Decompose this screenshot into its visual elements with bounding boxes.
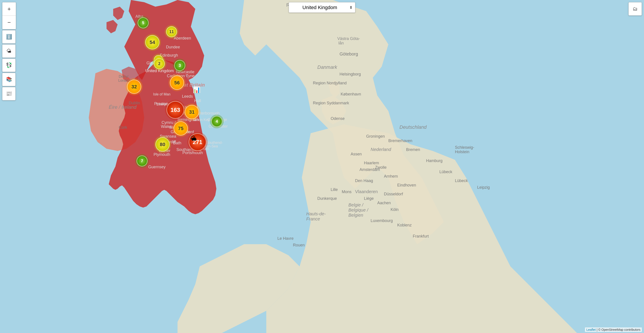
svg-text:Västra Göta-: Västra Göta- xyxy=(337,37,360,41)
svg-text:Region Syddanmark: Region Syddanmark xyxy=(313,101,349,105)
cluster-value: 163 xyxy=(170,107,180,113)
cluster-value: 75 xyxy=(178,126,183,131)
svg-text:Rouen: Rouen xyxy=(293,243,305,247)
cluster-marker[interactable]: 4 xyxy=(211,116,222,127)
layers-icon-left: 📚 xyxy=(6,77,12,82)
svg-text:Cymru /: Cymru / xyxy=(162,120,176,125)
svg-text:Leipzig: Leipzig xyxy=(477,185,490,190)
svg-text:Zwolle: Zwolle xyxy=(375,165,386,170)
svg-text:Leeds: Leeds xyxy=(182,94,193,99)
currency-button[interactable]: 💱 xyxy=(2,59,16,72)
svg-text:Belgie /: Belgie / xyxy=(348,202,364,207)
svg-text:Southend-: Southend- xyxy=(206,141,223,145)
country-select-dropdown[interactable]: United Kingdom United States France Germ… xyxy=(289,2,355,13)
svg-text:Dundee: Dundee xyxy=(166,45,180,49)
svg-text:Bremerhaven: Bremerhaven xyxy=(388,139,412,143)
svg-text:Region Nordjylland: Region Nordjylland xyxy=(313,81,347,85)
cluster-marker[interactable]: 11 xyxy=(166,26,177,37)
svg-text:Koblenz: Koblenz xyxy=(397,223,412,227)
cluster-value: 5 xyxy=(142,21,144,25)
attribution: Leaflet | © OpenStreetMap contributors xyxy=(585,327,642,332)
svg-text:Frankfurt: Frankfurt xyxy=(413,234,429,238)
cluster-marker[interactable]: 32 xyxy=(127,80,141,94)
svg-text:Odense: Odense xyxy=(331,116,345,121)
svg-text:Bremen: Bremen xyxy=(406,147,420,152)
svg-text:Eindhoven: Eindhoven xyxy=(397,183,416,187)
weather-poi-icon[interactable]: 🌥 xyxy=(190,135,196,142)
svg-text:Aachen: Aachen xyxy=(377,201,391,205)
svg-text:United Kingdom: United Kingdom xyxy=(145,69,174,73)
cluster-value: 31 xyxy=(189,109,194,115)
svg-text:Peterborough: Peterborough xyxy=(196,111,220,115)
svg-text:Nederland: Nederland xyxy=(370,147,391,152)
cluster-value: 80 xyxy=(160,142,165,147)
info-icon: ℹ️ xyxy=(6,34,12,40)
svg-text:Bath: Bath xyxy=(173,141,181,145)
svg-text:Schleswig-: Schleswig- xyxy=(455,145,474,150)
layers-button-right[interactable]: 🗂 xyxy=(628,2,642,16)
svg-text:lån: lån xyxy=(338,41,344,45)
zoom-in-button[interactable]: + xyxy=(2,3,16,16)
layers-button-left[interactable]: 📚 xyxy=(2,73,16,86)
svg-text:Groningen: Groningen xyxy=(366,134,385,139)
svg-text:Liège: Liège xyxy=(364,196,374,201)
zoom-group: + − xyxy=(2,2,16,29)
cluster-marker[interactable]: 80 xyxy=(155,137,170,152)
zoom-out-button[interactable]: − xyxy=(2,16,16,29)
cluster-marker[interactable]: 163 xyxy=(166,101,184,119)
svg-text:Lille: Lille xyxy=(331,187,338,192)
svg-text:Lübeck: Lübeck xyxy=(455,178,468,183)
left-controls: + − ℹ️ 🌤 💱 📚 📰 xyxy=(2,2,16,100)
svg-text:Den Haag: Den Haag xyxy=(355,178,373,183)
cluster-marker[interactable]: 7 xyxy=(136,155,148,167)
svg-text:Haarlem: Haarlem xyxy=(364,161,379,165)
svg-text:Plymouth: Plymouth xyxy=(154,152,170,157)
map-svg: Rogaland Agder Västra Göta- lån Göteborg… xyxy=(0,0,644,333)
svg-text:Edinburgh: Edinburgh xyxy=(160,53,178,58)
svg-text:Göteborg: Göteborg xyxy=(340,52,358,56)
svg-text:Holstein: Holstein xyxy=(455,150,469,154)
svg-text:Danmark: Danmark xyxy=(317,64,337,70)
weather-button[interactable]: 🌤 xyxy=(2,44,16,58)
svg-text:Hauts-de-: Hauts-de- xyxy=(306,211,326,216)
svg-text:Helsingborg: Helsingborg xyxy=(340,72,361,76)
news-icon: 📰 xyxy=(6,91,12,97)
svg-text:Hamburg: Hamburg xyxy=(426,159,442,163)
news-button[interactable]: 📰 xyxy=(2,87,16,100)
svg-text:Wales: Wales xyxy=(161,124,172,129)
weather-icon: 🌤 xyxy=(6,48,11,54)
cluster-marker[interactable]: 54 xyxy=(145,35,160,50)
cluster-value: 7 xyxy=(141,159,143,163)
cluster-value: 4 xyxy=(216,119,218,124)
svg-text:Guernsey: Guernsey xyxy=(148,165,166,169)
cluster-value: 11 xyxy=(169,30,174,34)
svg-text:Belgique /: Belgique / xyxy=(348,208,368,212)
country-selector[interactable]: United Kingdom United States France Germ… xyxy=(289,2,355,13)
map-container[interactable]: Rogaland Agder Västra Göta- lån Göteborg… xyxy=(0,0,644,333)
svg-text:Deutschland: Deutschland xyxy=(400,124,427,130)
svg-text:Arnhem: Arnhem xyxy=(384,174,398,178)
cluster-marker[interactable]: 5 xyxy=(138,17,149,29)
svg-text:Derry/: Derry/ xyxy=(119,75,128,78)
cluster-value: 3 xyxy=(179,63,181,68)
cluster-marker[interactable]: 56 xyxy=(170,76,184,90)
cluster-marker[interactable]: 3 xyxy=(174,60,185,71)
chart-poi-icon[interactable]: 📊 xyxy=(193,86,200,94)
cluster-marker[interactable]: 2 xyxy=(154,58,165,69)
info-button[interactable]: ℹ️ xyxy=(2,30,16,44)
cluster-marker[interactable]: 75 xyxy=(174,121,188,136)
cluster-value: 56 xyxy=(174,80,180,86)
svg-text:Assen: Assen xyxy=(351,152,362,156)
svg-text:Aberdeen: Aberdeen xyxy=(174,36,191,40)
cluster-value: 32 xyxy=(131,84,137,90)
svg-text:Dublin: Dublin xyxy=(129,101,140,105)
cluster-marker[interactable]: 31 xyxy=(185,105,199,119)
svg-text:Belgien: Belgien xyxy=(348,213,363,218)
cluster-value: 2 xyxy=(158,62,160,66)
svg-text:on-Sea: on-Sea xyxy=(206,144,218,148)
layers-icon-btn[interactable]: 🗂 xyxy=(628,2,642,16)
leaflet-link[interactable]: Leaflet xyxy=(586,328,596,331)
svg-text:Portsmouth: Portsmouth xyxy=(182,151,203,155)
svg-text:Le Havre: Le Havre xyxy=(278,236,294,241)
currency-icon: 💱 xyxy=(6,62,12,68)
